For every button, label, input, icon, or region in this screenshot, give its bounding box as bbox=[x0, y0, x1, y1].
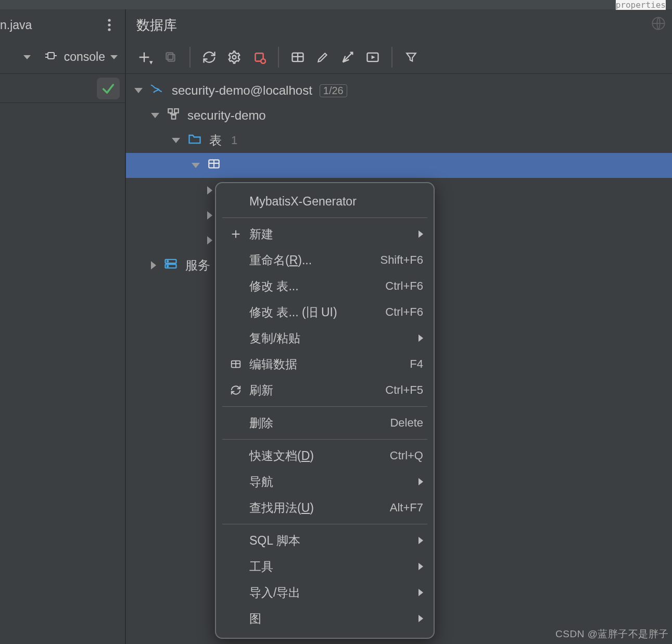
svg-rect-14 bbox=[174, 109, 179, 113]
svg-rect-5 bbox=[168, 54, 175, 61]
tree-datasource[interactable]: security-demo@localhost 1/26 bbox=[126, 78, 672, 103]
filter-button[interactable] bbox=[400, 46, 423, 69]
menu-item[interactable]: 工具 bbox=[216, 553, 434, 579]
globe-icon[interactable] bbox=[651, 16, 666, 34]
schema-label: security-demo bbox=[187, 108, 266, 123]
svg-rect-4 bbox=[48, 53, 54, 59]
menu-item[interactable]: 新建 bbox=[216, 221, 434, 247]
menu-item-label: 刷新 bbox=[245, 382, 385, 398]
menu-item-shortcut: Ctrl+Q bbox=[390, 449, 423, 462]
tables-label: 表 bbox=[209, 132, 222, 149]
expand-icon[interactable] bbox=[207, 236, 212, 244]
menu-item-shortcut: Shift+F6 bbox=[380, 253, 423, 267]
expand-icon[interactable] bbox=[172, 138, 180, 143]
watermark: CSDN @蓝胖子不是胖子 bbox=[555, 627, 669, 641]
menu-item-label: SQL 脚本 bbox=[245, 533, 419, 549]
expand-icon[interactable] bbox=[207, 211, 212, 220]
grid-button[interactable] bbox=[286, 46, 309, 69]
menu-item-label: MybatisX-Generator bbox=[245, 195, 423, 209]
stop-button[interactable] bbox=[248, 46, 271, 69]
expand-icon[interactable] bbox=[207, 186, 212, 195]
tables-count: 1 bbox=[231, 134, 237, 147]
svg-rect-6 bbox=[166, 53, 173, 59]
console-label: console bbox=[64, 50, 105, 64]
refresh-button[interactable] bbox=[198, 46, 221, 69]
editor-tab-filename[interactable]: n.java bbox=[0, 18, 32, 32]
grid-icon bbox=[226, 358, 245, 370]
datasource-label: security-demo@localhost bbox=[172, 83, 312, 98]
database-panel-title: 数据库 bbox=[136, 16, 177, 34]
menu-item[interactable]: SQL 脚本 bbox=[216, 527, 434, 553]
preview-button[interactable] bbox=[361, 46, 384, 69]
menu-item[interactable]: 复制/粘贴 bbox=[216, 325, 434, 351]
menu-item-label: 图 bbox=[245, 611, 419, 627]
top-right-tag: properties bbox=[616, 0, 666, 10]
left-chevron-icon[interactable] bbox=[23, 55, 31, 59]
settings-button[interactable] bbox=[223, 46, 246, 69]
refresh-icon bbox=[226, 384, 245, 396]
menu-item-label: 查找用法(U) bbox=[245, 500, 390, 516]
svg-point-2 bbox=[108, 28, 110, 31]
submenu-arrow-icon bbox=[419, 478, 423, 485]
edit-button[interactable] bbox=[311, 46, 334, 69]
menu-item-label: 重命名(R)... bbox=[245, 252, 380, 268]
menu-item[interactable]: MybatisX-Generator bbox=[216, 188, 434, 214]
svg-point-19 bbox=[167, 261, 168, 262]
status-check-icon[interactable] bbox=[97, 78, 120, 99]
menu-separator bbox=[222, 524, 427, 524]
menu-item-label: 快速文档(D) bbox=[245, 448, 390, 464]
toolbar-separator bbox=[189, 47, 191, 68]
menu-item[interactable]: 编辑数据F4 bbox=[216, 351, 434, 377]
tree-schema[interactable]: security-demo bbox=[126, 103, 672, 128]
svg-point-20 bbox=[167, 266, 168, 267]
svg-point-0 bbox=[108, 19, 110, 21]
menu-item-label: 新建 bbox=[245, 226, 419, 242]
menu-item-label: 编辑数据 bbox=[245, 356, 410, 372]
menu-item[interactable]: 导入/导出 bbox=[216, 579, 434, 606]
menu-item[interactable]: 修改 表... (旧 UI)Ctrl+F6 bbox=[216, 299, 434, 325]
submenu-arrow-icon bbox=[419, 230, 423, 238]
menu-item[interactable]: 快速文档(D)Ctrl+Q bbox=[216, 443, 434, 469]
tree-tables-group[interactable]: 表 1 bbox=[126, 128, 672, 153]
expand-icon[interactable] bbox=[192, 163, 200, 168]
plus-icon bbox=[226, 228, 245, 240]
copy-button[interactable] bbox=[159, 46, 182, 69]
submenu-arrow-icon bbox=[419, 563, 423, 570]
menu-item[interactable]: 图 bbox=[216, 606, 434, 632]
menu-item[interactable]: 删除Delete bbox=[216, 410, 434, 436]
menu-item-label: 修改 表... bbox=[245, 278, 385, 294]
window-title-bar bbox=[0, 0, 672, 9]
expand-icon[interactable] bbox=[134, 88, 143, 93]
submenu-arrow-icon bbox=[419, 537, 423, 544]
menu-item[interactable]: 导航 bbox=[216, 469, 434, 495]
menu-item[interactable]: 修改 表...Ctrl+F6 bbox=[216, 273, 434, 299]
console-button[interactable]: console bbox=[43, 50, 118, 65]
svg-point-9 bbox=[261, 59, 265, 63]
menu-item-label: 删除 bbox=[245, 415, 390, 431]
submenu-arrow-icon bbox=[419, 334, 423, 342]
tree-table-selected[interactable] bbox=[126, 153, 672, 178]
svg-rect-13 bbox=[168, 109, 172, 113]
menu-item-shortcut: Alt+F7 bbox=[390, 501, 423, 514]
add-button[interactable]: ▾ bbox=[134, 46, 157, 69]
menu-item-shortcut: Delete bbox=[390, 416, 423, 430]
menu-item-label: 工具 bbox=[245, 559, 419, 575]
menu-item[interactable]: 查找用法(U)Alt+F7 bbox=[216, 495, 434, 521]
svg-marker-12 bbox=[372, 55, 375, 59]
jump-to-source-button[interactable] bbox=[336, 46, 359, 69]
expand-icon[interactable] bbox=[151, 113, 159, 118]
menu-item-shortcut: Ctrl+F5 bbox=[385, 383, 423, 397]
menu-item-label: 复制/粘贴 bbox=[245, 330, 419, 346]
menu-separator bbox=[222, 439, 427, 440]
toolbar-separator bbox=[391, 47, 392, 68]
services-label: 服务 bbox=[185, 257, 210, 274]
editor-tab-more-icon[interactable] bbox=[102, 18, 117, 32]
folder-icon bbox=[187, 133, 202, 148]
server-icon bbox=[163, 257, 178, 273]
menu-item[interactable]: 刷新Ctrl+F5 bbox=[216, 377, 434, 403]
menu-item[interactable]: 重命名(R)...Shift+F6 bbox=[216, 247, 434, 273]
svg-point-7 bbox=[233, 55, 236, 59]
menu-item-label: 导航 bbox=[245, 474, 419, 490]
expand-icon[interactable] bbox=[151, 261, 156, 269]
schema-icon bbox=[167, 107, 180, 124]
